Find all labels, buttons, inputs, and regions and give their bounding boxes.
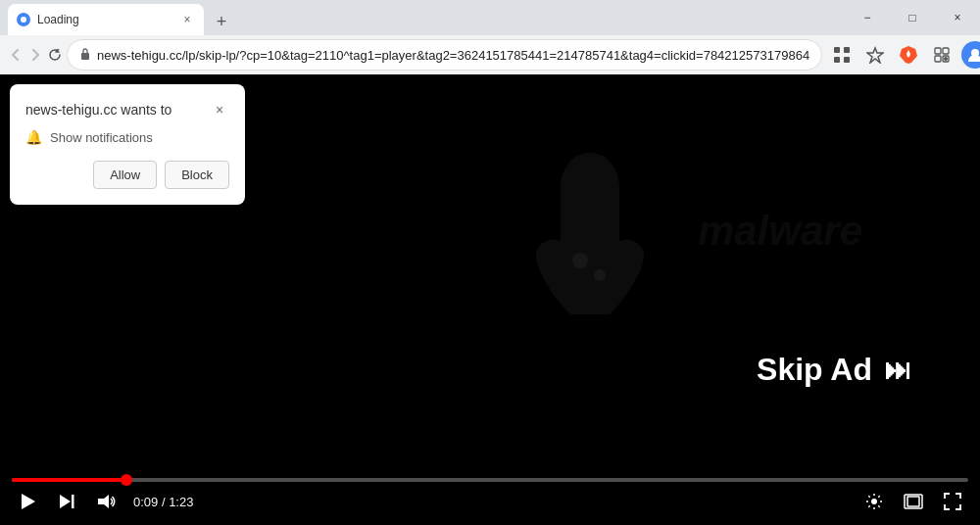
svg-marker-6 bbox=[867, 48, 883, 63]
skip-ad-button[interactable]: Skip Ad ⏭ bbox=[727, 332, 941, 407]
bookmark-button[interactable] bbox=[859, 39, 891, 71]
popup-header: news-tehigu.cc wants to × bbox=[25, 100, 229, 119]
svg-marker-19 bbox=[98, 495, 109, 508]
tab-title: Loading bbox=[37, 13, 172, 26]
page-content: malware Skip Ad ⏭ news-tehigu.cc wants t… bbox=[0, 74, 980, 525]
volume-button[interactable] bbox=[90, 486, 122, 517]
popup-title-text: news-tehigu.cc wants to bbox=[25, 102, 172, 118]
svg-rect-3 bbox=[844, 47, 850, 53]
reload-button[interactable] bbox=[47, 39, 63, 71]
svg-rect-9 bbox=[943, 48, 949, 54]
toolbar-right bbox=[826, 39, 980, 71]
apps-button[interactable] bbox=[826, 39, 858, 71]
title-bar: Loading × + − □ × bbox=[0, 0, 980, 35]
svg-point-15 bbox=[594, 269, 606, 281]
notification-permission-popup: news-tehigu.cc wants to × 🔔 Show notific… bbox=[10, 84, 245, 205]
new-tab-button[interactable]: + bbox=[208, 8, 235, 35]
svg-point-20 bbox=[871, 499, 877, 504]
svg-point-12 bbox=[944, 57, 948, 61]
progress-bar[interactable] bbox=[12, 478, 968, 482]
svg-rect-5 bbox=[844, 57, 850, 63]
svg-rect-8 bbox=[935, 48, 941, 54]
tab-strip: Loading × + bbox=[0, 0, 980, 35]
svg-rect-10 bbox=[935, 56, 941, 62]
play-button[interactable] bbox=[12, 486, 43, 517]
profile-avatar bbox=[961, 41, 980, 69]
svg-rect-18 bbox=[72, 495, 74, 508]
popup-buttons: Allow Block bbox=[25, 161, 229, 189]
profile-button[interactable] bbox=[959, 39, 980, 71]
svg-rect-2 bbox=[834, 47, 840, 53]
chrome-window: Loading × + − □ × bbox=[0, 0, 980, 525]
svg-rect-4 bbox=[834, 57, 840, 63]
svg-point-14 bbox=[572, 253, 588, 268]
settings-button[interactable] bbox=[858, 486, 890, 517]
video-controls: 0:09 / 1:23 bbox=[0, 470, 980, 525]
svg-marker-17 bbox=[60, 495, 71, 508]
skip-ad-icon: ⏭ bbox=[884, 354, 911, 386]
forward-button[interactable] bbox=[27, 39, 43, 71]
theater-mode-button[interactable] bbox=[898, 486, 929, 517]
svg-rect-1 bbox=[81, 53, 89, 60]
progress-fill bbox=[12, 478, 126, 482]
controls-row: 0:09 / 1:23 bbox=[12, 486, 968, 517]
popup-permission-row: 🔔 Show notifications bbox=[25, 129, 229, 145]
back-button[interactable] bbox=[8, 39, 24, 71]
tab-close-button[interactable]: × bbox=[178, 11, 196, 28]
url-text: news-tehigu.cc/lp/skip-lp/?cp=10&tag=211… bbox=[97, 48, 809, 63]
brave-button[interactable] bbox=[893, 39, 924, 71]
svg-marker-16 bbox=[22, 494, 35, 509]
minimize-button[interactable]: − bbox=[845, 0, 890, 35]
fullscreen-button[interactable] bbox=[937, 486, 968, 517]
active-tab[interactable]: Loading × bbox=[8, 4, 204, 35]
popup-permission-label: Show notifications bbox=[50, 130, 153, 145]
window-controls: − □ × bbox=[845, 0, 980, 35]
browser-toolbar: news-tehigu.cc/lp/skip-lp/?cp=10&tag=211… bbox=[0, 35, 980, 74]
bell-icon: 🔔 bbox=[25, 129, 42, 145]
next-button[interactable] bbox=[51, 486, 82, 517]
watermark: malware bbox=[492, 133, 862, 329]
hand-watermark-icon bbox=[492, 133, 688, 329]
close-button[interactable]: × bbox=[935, 0, 980, 35]
right-controls bbox=[858, 486, 968, 517]
address-bar[interactable]: news-tehigu.cc/lp/skip-lp/?cp=10&tag=211… bbox=[67, 39, 822, 71]
maximize-button[interactable]: □ bbox=[890, 0, 935, 35]
svg-point-7 bbox=[906, 53, 910, 57]
time-display: 0:09 / 1:23 bbox=[133, 495, 193, 509]
skip-ad-label: Skip Ad bbox=[757, 352, 872, 388]
lock-icon bbox=[79, 47, 91, 64]
allow-button[interactable]: Allow bbox=[93, 161, 157, 189]
tab-favicon bbox=[16, 12, 31, 27]
watermark-text: malware bbox=[698, 208, 862, 255]
extensions-button[interactable] bbox=[926, 39, 957, 71]
progress-dot bbox=[121, 474, 132, 486]
svg-rect-22 bbox=[907, 497, 919, 506]
block-button[interactable]: Block bbox=[165, 161, 229, 189]
popup-close-button[interactable]: × bbox=[210, 100, 229, 119]
